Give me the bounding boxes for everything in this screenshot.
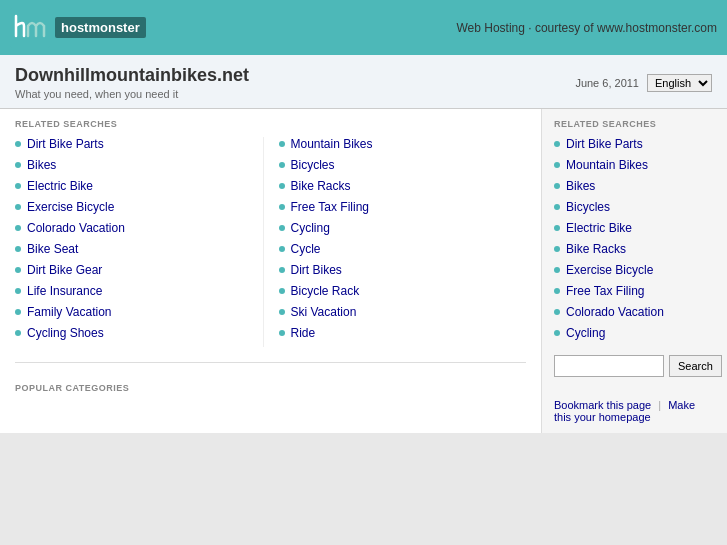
- left-content: RELATED SEARCHES Dirt Bike PartsBikesEle…: [0, 109, 542, 433]
- sidebar-search-box: Search: [554, 355, 715, 377]
- search-link[interactable]: Bicycles: [291, 158, 335, 172]
- search-link[interactable]: Exercise Bicycle: [27, 200, 114, 214]
- sidebar-search-link[interactable]: Electric Bike: [566, 221, 632, 235]
- sidebar-search-link[interactable]: Bicycles: [566, 200, 610, 214]
- search-bullet: [279, 141, 285, 147]
- sidebar-search-link[interactable]: Bike Racks: [566, 242, 626, 256]
- site-tagline: What you need, when you need it: [15, 88, 249, 100]
- search-link[interactable]: Electric Bike: [27, 179, 93, 193]
- logo-icon: [10, 8, 50, 48]
- search-item: Dirt Bike Parts: [15, 137, 263, 151]
- right-sidebar: RELATED SEARCHES Dirt Bike PartsMountain…: [542, 109, 727, 433]
- sidebar-search-item: Bikes: [554, 179, 715, 193]
- site-date: June 6, 2011: [575, 77, 639, 89]
- search-bullet: [15, 162, 21, 168]
- search-bullet: [15, 267, 21, 273]
- sidebar-related: RELATED SEARCHES Dirt Bike PartsMountain…: [554, 119, 715, 340]
- logo-text-area: hostmonster: [55, 17, 146, 38]
- sidebar-search-input[interactable]: [554, 355, 664, 377]
- sidebar-search-link[interactable]: Exercise Bicycle: [566, 263, 653, 277]
- logo-area: hostmonster: [10, 8, 146, 48]
- search-link[interactable]: Bike Racks: [291, 179, 351, 193]
- search-bullet: [279, 288, 285, 294]
- search-bullet: [15, 246, 21, 252]
- search-link[interactable]: Ski Vacation: [291, 305, 357, 319]
- bookmark-link[interactable]: Bookmark this page: [554, 399, 651, 411]
- search-link[interactable]: Colorado Vacation: [27, 221, 125, 235]
- sidebar-search-button[interactable]: Search: [669, 355, 722, 377]
- search-item: Dirt Bike Gear: [15, 263, 263, 277]
- search-link[interactable]: Cycle: [291, 242, 321, 256]
- sidebar-search-item: Exercise Bicycle: [554, 263, 715, 277]
- search-link[interactable]: Life Insurance: [27, 284, 102, 298]
- search-item: Electric Bike: [15, 179, 263, 193]
- search-item: Cycling: [279, 221, 527, 235]
- search-bullet: [15, 225, 21, 231]
- logo-text: hostmonster: [61, 20, 140, 35]
- search-link[interactable]: Dirt Bikes: [291, 263, 342, 277]
- popular-categories-label: POPULAR CATEGORIES: [15, 383, 526, 393]
- site-domain: Downhillmountainbikes.net: [15, 65, 249, 86]
- sidebar-search-item: Colorado Vacation: [554, 305, 715, 319]
- search-item: Ride: [279, 326, 527, 340]
- search-link[interactable]: Bicycle Rack: [291, 284, 360, 298]
- sidebar-search-item: Electric Bike: [554, 221, 715, 235]
- search-link[interactable]: Bike Seat: [27, 242, 78, 256]
- search-link[interactable]: Cycling: [291, 221, 330, 235]
- search-item: Mountain Bikes: [279, 137, 527, 151]
- sidebar-search-item: Bike Racks: [554, 242, 715, 256]
- sidebar-search-link[interactable]: Free Tax Filing: [566, 284, 644, 298]
- search-item: Bicycle Rack: [279, 284, 527, 298]
- site-title-bar: Downhillmountainbikes.net What you need,…: [0, 55, 727, 109]
- sidebar-search-link[interactable]: Colorado Vacation: [566, 305, 664, 319]
- search-link[interactable]: Family Vacation: [27, 305, 111, 319]
- search-bullet: [554, 183, 560, 189]
- search-bullet: [554, 309, 560, 315]
- search-bullet: [279, 225, 285, 231]
- search-bullet: [15, 288, 21, 294]
- search-bullet: [554, 267, 560, 273]
- search-bullet: [279, 246, 285, 252]
- sidebar-search-link[interactable]: Bikes: [566, 179, 595, 193]
- header: hostmonster Web Hosting · courtesy of ww…: [0, 0, 727, 55]
- sidebar-search-item: Mountain Bikes: [554, 158, 715, 172]
- search-item: Bikes: [15, 158, 263, 172]
- search-bullet: [15, 183, 21, 189]
- related-searches: Dirt Bike PartsBikesElectric BikeExercis…: [15, 137, 526, 347]
- search-link[interactable]: Free Tax Filing: [291, 200, 369, 214]
- search-bullet: [279, 162, 285, 168]
- search-bullet: [554, 330, 560, 336]
- language-select[interactable]: English: [647, 74, 712, 92]
- sidebar-search-item: Free Tax Filing: [554, 284, 715, 298]
- section-divider: [15, 362, 526, 363]
- sidebar-search-link[interactable]: Mountain Bikes: [566, 158, 648, 172]
- site-title-left: Downhillmountainbikes.net What you need,…: [15, 65, 249, 100]
- search-item: Bike Racks: [279, 179, 527, 193]
- search-link[interactable]: Bikes: [27, 158, 56, 172]
- search-item: Free Tax Filing: [279, 200, 527, 214]
- search-item: Ski Vacation: [279, 305, 527, 319]
- main-layout: RELATED SEARCHES Dirt Bike PartsBikesEle…: [0, 109, 727, 433]
- search-link[interactable]: Ride: [291, 326, 316, 340]
- sidebar-search-link[interactable]: Cycling: [566, 326, 605, 340]
- hosting-text: Web Hosting · courtesy of www.hostmonste…: [456, 21, 717, 35]
- search-item: Cycle: [279, 242, 527, 256]
- search-link[interactable]: Cycling Shoes: [27, 326, 104, 340]
- search-bullet: [554, 141, 560, 147]
- search-item: Colorado Vacation: [15, 221, 263, 235]
- search-bullet: [279, 330, 285, 336]
- search-bullet: [15, 204, 21, 210]
- search-bullet: [554, 162, 560, 168]
- sidebar-search-link[interactable]: Dirt Bike Parts: [566, 137, 643, 151]
- search-bullet: [15, 330, 21, 336]
- sidebar-search-item: Dirt Bike Parts: [554, 137, 715, 151]
- search-link[interactable]: Mountain Bikes: [291, 137, 373, 151]
- sidebar-links-container: Dirt Bike PartsMountain BikesBikesBicycl…: [554, 137, 715, 340]
- search-bullet: [279, 183, 285, 189]
- search-bullet: [279, 204, 285, 210]
- sidebar-search-item: Cycling: [554, 326, 715, 340]
- search-bullet: [554, 246, 560, 252]
- search-link[interactable]: Dirt Bike Gear: [27, 263, 102, 277]
- search-link[interactable]: Dirt Bike Parts: [27, 137, 104, 151]
- popular-categories: POPULAR CATEGORIES: [15, 373, 526, 401]
